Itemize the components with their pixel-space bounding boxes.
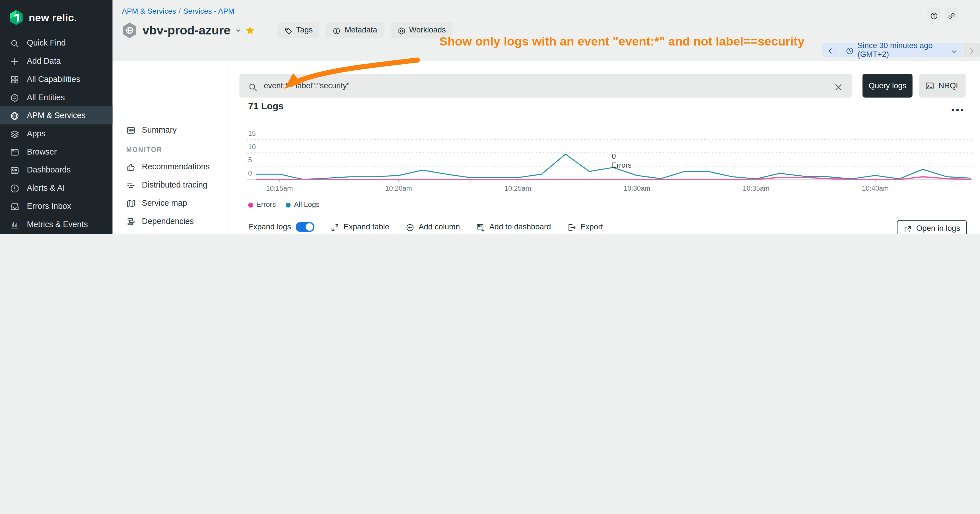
nrql-label: NRQL: [939, 81, 960, 90]
time-range-label: Since 30 minutes ago (GMT+2): [858, 41, 947, 59]
chart-legend: ErrorsAll Logs: [248, 201, 320, 208]
svg-text:10:25am: 10:25am: [504, 185, 531, 192]
svg-text:5: 5: [248, 156, 252, 164]
sidebar-item-browser[interactable]: Browser: [0, 143, 112, 161]
dashboards-icon: [10, 165, 19, 175]
open-in-logs-button[interactable]: Open in logs: [897, 220, 967, 234]
search-query-value[interactable]: event:* -"label":"security": [264, 81, 827, 90]
query-logs-button[interactable]: Query logs: [862, 74, 913, 97]
svg-text:10:15am: 10:15am: [266, 185, 293, 192]
apm-services-icon: [10, 111, 19, 120]
clear-search-icon[interactable]: [834, 81, 843, 91]
sidebar-item-all-entities[interactable]: All Entities: [0, 88, 112, 107]
sidebar-item-label: Apps: [27, 129, 45, 138]
tags-button[interactable]: Tags: [277, 22, 320, 38]
legend-item-errors[interactable]: Errors: [248, 201, 276, 208]
chart-menu-icon[interactable]: •••: [951, 105, 965, 115]
alerts-ai-icon: [10, 183, 19, 193]
export-icon: [567, 223, 576, 231]
search-icon: [248, 81, 258, 91]
primary-sidebar: new relic. Quick FindAdd DataAll Capabil…: [0, 0, 112, 234]
entity-name[interactable]: vbv-prod-azure: [143, 23, 231, 38]
entity-hexagon-icon: [123, 22, 137, 41]
clock-icon: [846, 46, 854, 54]
entity-subnav: SummaryMONITORRecommendationsDistributed…: [112, 60, 229, 234]
header-icon-buttons: [928, 7, 958, 21]
workloads-icon: [397, 26, 406, 34]
all-capabilities-icon: [10, 74, 19, 84]
metrics-events-icon: [10, 220, 19, 229]
sidebar-item-quick-find[interactable]: Quick Find: [0, 34, 112, 52]
sidebar-item-label: Add Data: [27, 56, 60, 66]
subnav-item-transactions[interactable]: Transactions: [112, 230, 229, 234]
subnav-item-distributed-tracing[interactable]: Distributed tracing: [112, 176, 229, 194]
sidebar-item-alerts-ai[interactable]: Alerts & AI: [0, 179, 112, 197]
top-header: APM & Services/Services - APM vbv-prod-a…: [112, 0, 980, 60]
svg-text:10:30am: 10:30am: [624, 185, 650, 192]
sidebar-item-label: APM & Services: [27, 111, 85, 120]
toggle-on[interactable]: [295, 222, 314, 232]
apps-icon: [10, 129, 19, 138]
svg-text:15: 15: [248, 129, 256, 137]
app-window: new relic. Quick FindAdd DataAll Capabil…: [0, 0, 980, 234]
expand-icon: [330, 223, 339, 231]
nrql-button[interactable]: NRQL: [920, 74, 966, 97]
service-map-icon: [126, 198, 136, 207]
chevron-down-icon[interactable]: [235, 27, 241, 33]
sidebar-item-metrics-events[interactable]: Metrics & Events: [0, 215, 112, 233]
sidebar-item-apm-services[interactable]: APM & Services: [0, 107, 112, 125]
dashboard-plus-icon: [476, 223, 485, 231]
svg-text:0: 0: [248, 169, 252, 177]
add-to-dashboard-button[interactable]: Add to dashboard: [476, 223, 551, 231]
expand-logs-toggle[interactable]: Expand logs: [248, 222, 314, 232]
subnav-item-dependencies[interactable]: Dependencies: [112, 212, 229, 230]
time-picker-next[interactable]: [963, 43, 980, 57]
legend-dot: [286, 203, 291, 208]
browser-icon: [10, 147, 19, 156]
breadcrumb: APM & Services/Services - APM: [122, 7, 234, 16]
metadata-button[interactable]: Metadata: [326, 22, 384, 38]
tags-icon: [284, 26, 293, 34]
all-entities-icon: [10, 92, 19, 102]
sidebar-item-label: All Capabilities: [27, 74, 80, 84]
time-picker-main[interactable]: Since 30 minutes ago (GMT+2): [840, 43, 963, 57]
time-picker-prev[interactable]: [822, 43, 838, 57]
legend-item-all-logs[interactable]: All Logs: [286, 201, 319, 208]
breadcrumb-link-services[interactable]: Services - APM: [183, 7, 234, 16]
svg-text:10:35am: 10:35am: [743, 185, 770, 192]
sidebar-item-errors-inbox[interactable]: Errors Inbox: [0, 197, 112, 215]
add-column-button[interactable]: Add column: [406, 223, 460, 231]
terminal-icon: [925, 81, 934, 91]
subnav-item-label: Dependencies: [142, 216, 194, 226]
subnav-section-monitor: MONITOR: [126, 146, 229, 154]
help-icon[interactable]: [928, 7, 941, 21]
entity-buttons: TagsMetadataWorkloads: [277, 22, 453, 38]
sidebar-item-all-capabilities[interactable]: All Capabilities: [0, 70, 112, 88]
errors-inbox-icon: [10, 201, 19, 211]
new-relic-logo[interactable]: new relic.: [0, 0, 112, 28]
sidebar-item-infrastructure[interactable]: Infrastructure: [0, 233, 112, 234]
subnav-item-service-map[interactable]: Service map: [112, 194, 229, 212]
sidebar-item-apps[interactable]: Apps: [0, 124, 112, 143]
quick-find-icon: [10, 38, 19, 48]
sidebar-item-label: All Entities: [27, 92, 65, 102]
page-title: vbv-prod-azure ★: [143, 23, 255, 38]
export-button[interactable]: Export: [567, 223, 603, 231]
expand-logs-label: Expand logs: [248, 223, 291, 231]
favorite-star-icon[interactable]: ★: [245, 24, 255, 37]
sidebar-item-add-data[interactable]: Add Data: [0, 52, 112, 70]
time-picker: Since 30 minutes ago (GMT+2): [822, 43, 980, 57]
logs-search-input[interactable]: event:* -"label":"security": [239, 74, 852, 97]
sidebar-nav: Quick FindAdd DataAll CapabilitiesAll En…: [0, 34, 112, 234]
logs-toolbar: Expand logs Expand table Add column Add …: [248, 222, 603, 232]
svg-text:10: 10: [248, 143, 256, 151]
breadcrumb-link-apm[interactable]: APM & Services: [122, 7, 176, 16]
subnav-item-summary[interactable]: Summary: [112, 121, 229, 139]
subnav-item-label: Recommendations: [142, 162, 210, 171]
sidebar-item-dashboards[interactable]: Dashboards: [0, 161, 112, 179]
permalink-icon[interactable]: [945, 7, 958, 21]
summary-icon: [126, 125, 136, 134]
svg-text:10:20am: 10:20am: [385, 185, 412, 192]
subnav-item-recommendations[interactable]: Recommendations: [112, 158, 229, 176]
expand-table-button[interactable]: Expand table: [330, 223, 389, 231]
